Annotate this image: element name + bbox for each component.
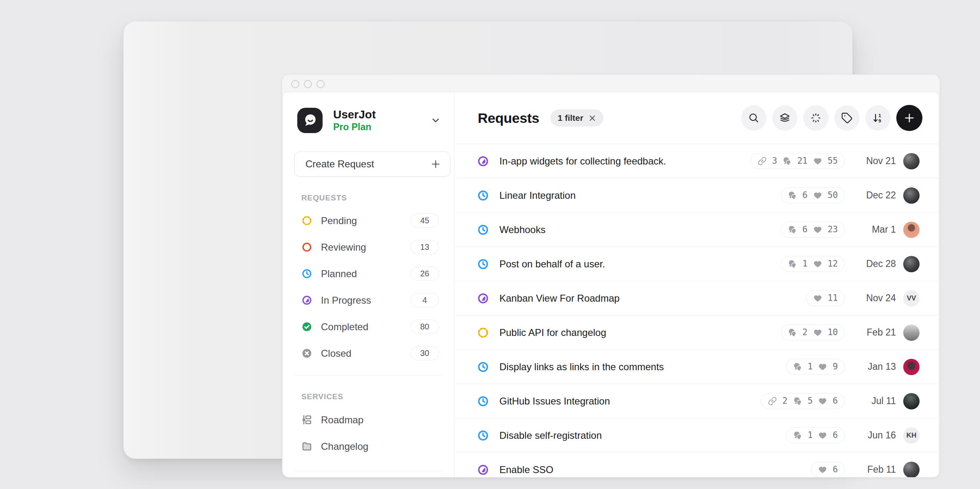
filter-chip-label: 1 filter: [558, 113, 584, 123]
toolbar-spinner-button[interactable]: [803, 105, 829, 131]
toolbar-layers-button[interactable]: [772, 105, 797, 131]
app-window: UserJot Pro Plan Create Request REQUESTS…: [123, 21, 853, 459]
request-meta-pill: 19: [786, 359, 845, 375]
sidebar-item-in-progress[interactable]: In Progress 4: [283, 287, 454, 313]
sidebar-item-count: 80: [410, 320, 439, 334]
comments-icon: [782, 156, 792, 166]
sidebar-item-completed[interactable]: Completed 80: [283, 313, 454, 340]
request-meta-pill: 11: [806, 290, 845, 306]
request-title: Disable self-registration: [499, 430, 602, 441]
heart-icon: [813, 156, 822, 166]
status-icon: [477, 429, 489, 442]
sidebar-item-label: In Progress: [321, 295, 371, 306]
plus-icon: [430, 159, 441, 169]
request-row[interactable]: Enable SSO 6 Feb 11: [454, 453, 939, 478]
sidebar-item-label: Completed: [321, 321, 368, 333]
request-row[interactable]: Public API for changelog 210 Feb 21: [454, 316, 939, 350]
hearts-count: 50: [828, 191, 838, 200]
request-row[interactable]: Disable self-registration 16 Jun 16 KH: [454, 418, 939, 453]
hearts-count: 12: [828, 260, 838, 268]
sidebar-item-pending[interactable]: Pending 45: [283, 207, 454, 234]
app-frame: UserJot Pro Plan Create Request REQUESTS…: [282, 74, 940, 478]
toolbar-tag-button[interactable]: [834, 105, 860, 131]
request-row[interactable]: In-app widgets for collecting feedback. …: [454, 144, 939, 178]
comments-icon: [788, 225, 797, 234]
request-row[interactable]: Linear Integration 650 Dec 22: [454, 178, 939, 213]
request-list: In-app widgets for collecting feedback. …: [454, 144, 939, 478]
links-count: 2: [782, 397, 788, 405]
hearts-count: 11: [828, 294, 838, 302]
toolbar-plus-button[interactable]: [896, 105, 922, 131]
heart-icon: [813, 191, 822, 200]
avatar: [903, 462, 920, 478]
comments-count: 1: [808, 431, 813, 440]
status-icon: [301, 242, 312, 253]
request-date: Mar 1: [858, 224, 896, 235]
comments-icon: [788, 328, 797, 337]
avatar: [903, 187, 920, 204]
request-row[interactable]: Display links as links in the comments 1…: [454, 350, 939, 384]
search-icon: [748, 112, 760, 124]
request-title: GitHub Issues Integration: [499, 396, 610, 407]
main-panel: Requests 1 filter In-app widgets for col…: [454, 92, 939, 478]
window-close-button[interactable]: [291, 80, 299, 88]
sidebar-item-roadmap[interactable]: Roadmap: [283, 407, 454, 433]
request-row[interactable]: Post on behalf of a user. 112 Dec 28: [454, 247, 939, 281]
hearts-count: 6: [833, 397, 838, 405]
sidebar-item-count: 13: [410, 240, 439, 254]
close-icon[interactable]: [588, 114, 596, 122]
comments-icon: [793, 396, 802, 406]
sidebar-item-label: Planned: [321, 268, 357, 280]
hearts-count: 6: [833, 431, 838, 440]
comments-count: 2: [802, 328, 808, 337]
request-title: In-app widgets for collecting feedback.: [499, 156, 666, 167]
avatar: [903, 153, 920, 169]
status-icon: [301, 215, 312, 226]
sidebar-item-changelog[interactable]: Changelog: [283, 433, 454, 460]
status-icon: [477, 395, 489, 407]
links-count: 3: [772, 157, 777, 165]
sidebar-item-closed[interactable]: Closed 30: [283, 340, 454, 367]
hearts-count: 10: [828, 328, 838, 337]
heart-icon: [813, 293, 822, 303]
request-row[interactable]: Webhooks 623 Mar 1: [454, 213, 939, 247]
request-date: Jun 16: [858, 430, 896, 441]
request-title: Display links as links in the comments: [499, 361, 664, 373]
window-minimize-button[interactable]: [304, 80, 312, 88]
section-label-requests: REQUESTS: [301, 193, 347, 202]
workspace-text: UserJot Pro Plan: [333, 109, 376, 132]
request-date: Nov 24: [858, 293, 896, 304]
comments-count: 5: [808, 397, 813, 405]
toolbar-sort-button[interactable]: [865, 105, 891, 131]
heart-icon: [818, 431, 827, 440]
avatar: [903, 222, 920, 238]
sidebar-item-label: Changelog: [321, 441, 368, 452]
changelog-icon: [301, 441, 312, 452]
request-date: Jan 13: [858, 361, 896, 372]
status-icon: [477, 361, 489, 373]
create-request-button[interactable]: Create Request: [294, 151, 450, 177]
window-zoom-button[interactable]: [316, 80, 325, 88]
roadmap-icon: [301, 414, 312, 425]
avatar: [903, 256, 920, 272]
toolbar-search-button[interactable]: [741, 105, 766, 131]
layers-icon: [779, 112, 791, 124]
filter-chip[interactable]: 1 filter: [550, 109, 604, 127]
request-title: Webhooks: [499, 224, 546, 236]
request-row[interactable]: Kanban View For Roadmap 11 Nov 24 VV: [454, 281, 939, 316]
request-title: Enable SSO: [499, 464, 553, 476]
request-title: Linear Integration: [499, 190, 576, 201]
heart-icon: [813, 259, 822, 269]
request-row[interactable]: GitHub Issues Integration 256 Jul 11: [454, 384, 939, 418]
page-title: Requests: [478, 110, 539, 126]
workspace-name: UserJot: [333, 109, 376, 120]
chevron-down-icon: [430, 115, 441, 126]
workspace-switcher[interactable]: UserJot Pro Plan: [297, 107, 441, 134]
main-header: Requests 1 filter: [454, 92, 939, 144]
sidebar-item-reviewing[interactable]: Reviewing 13: [283, 234, 454, 260]
comments-icon: [793, 362, 802, 371]
sidebar-item-planned[interactable]: Planned 26: [283, 260, 454, 287]
request-meta-pill: 32155: [751, 153, 845, 169]
sidebar-divider: [294, 375, 443, 376]
request-title: Public API for changelog: [499, 327, 606, 338]
